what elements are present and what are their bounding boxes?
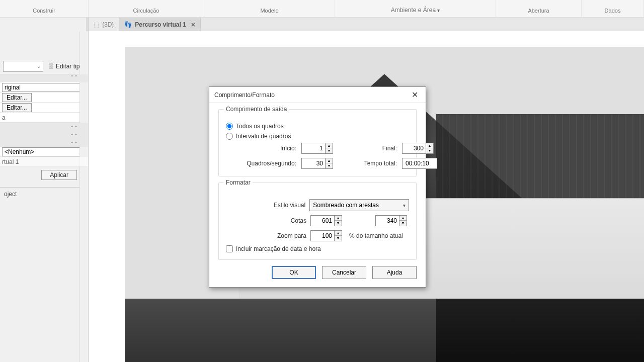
radio-label: Todos os quadros xyxy=(236,123,284,130)
cube-icon: ⬚ xyxy=(94,21,99,28)
end-frame-spinbox[interactable]: ▲▼ xyxy=(402,143,442,154)
checkbox-label: Incluir marcação de data e hora xyxy=(236,245,321,252)
apply-button[interactable]: Aplicar xyxy=(41,170,77,180)
radio-label: Intervalo de quadros xyxy=(236,133,291,140)
group-title: Comprimento de saída xyxy=(224,106,289,113)
label-zoom: Zoom para xyxy=(226,232,306,239)
radio-all-frames[interactable]: Todos os quadros xyxy=(226,123,409,130)
length-format-dialog: Comprimento/Formato ✕ Comprimento de saí… xyxy=(209,86,426,288)
chevron-down-icon: ▾ xyxy=(437,8,440,13)
ribbon-label: Circulação xyxy=(133,8,159,15)
property-row: a xyxy=(0,113,88,123)
properties-panel: ⌄ ☰ Editar tipo ⌃⌃ Editar... Editar... a… xyxy=(0,31,89,362)
project-browser-header: oject xyxy=(0,187,88,201)
spin-up-icon[interactable]: ▲ xyxy=(335,216,342,221)
property-row: Editar... xyxy=(0,93,88,103)
format-group: Formatar Estilo visual Sombreado com are… xyxy=(218,183,417,260)
dialog-button-row: OK Cancelar Ajuda xyxy=(218,266,417,279)
select-value: Sombreado com arestas xyxy=(313,202,379,209)
fps-input[interactable] xyxy=(301,158,326,169)
close-icon[interactable]: × xyxy=(191,21,195,29)
walkthrough-icon: 👣 xyxy=(124,21,132,28)
cancel-button[interactable]: Cancelar xyxy=(322,266,366,279)
dialog-title-text: Comprimento/Formato xyxy=(214,92,275,99)
width-input[interactable] xyxy=(310,215,335,226)
ok-button[interactable]: OK xyxy=(272,266,316,279)
start-frame-input[interactable] xyxy=(301,143,326,154)
spin-down-icon[interactable]: ▼ xyxy=(326,148,333,153)
timestamp-checkbox[interactable]: Incluir marcação de data e hora xyxy=(226,245,409,252)
label-total-time: Tempo total: xyxy=(347,160,397,167)
spin-down-icon[interactable]: ▼ xyxy=(399,221,407,226)
width-spinbox[interactable]: ▲▼ xyxy=(310,215,342,226)
label-dimensions: Cotas xyxy=(226,217,306,224)
type-selector-row: ⌄ ☰ Editar tipo xyxy=(0,59,88,74)
spin-down-icon[interactable]: ▼ xyxy=(335,236,342,241)
spin-up-icon[interactable]: ▲ xyxy=(326,143,333,148)
total-time-output xyxy=(402,158,437,169)
zoom-suffix-text: % do tamanho atual xyxy=(349,232,403,239)
ribbon-label: Construir xyxy=(33,8,55,15)
zoom-input[interactable] xyxy=(310,230,335,241)
height-input[interactable] xyxy=(375,215,399,226)
dialog-titlebar[interactable]: Comprimento/Formato ✕ xyxy=(209,87,426,103)
ribbon-group-abertura[interactable]: Abertura xyxy=(496,0,582,17)
checkbox-input[interactable] xyxy=(226,245,233,252)
label-end: Final: xyxy=(347,145,397,152)
help-button[interactable]: Ajuda xyxy=(372,266,417,279)
ribbon-group-dados[interactable]: Dados xyxy=(582,0,644,17)
ribbon-group-circulacao[interactable]: Circulação xyxy=(89,0,204,17)
property-row xyxy=(0,82,88,93)
radio-input[interactable] xyxy=(226,123,233,130)
property-text: rtual 1 xyxy=(2,158,19,165)
ribbon-label: Dados xyxy=(605,8,621,15)
expander-icon[interactable]: ⌃⌃ xyxy=(70,74,78,80)
ribbon-label: Modelo xyxy=(260,8,278,15)
spin-up-icon[interactable]: ▲ xyxy=(335,231,342,236)
spin-up-icon[interactable]: ▲ xyxy=(426,143,433,148)
property-value-input[interactable] xyxy=(2,83,86,92)
ribbon-group-ambiente[interactable]: Ambiente e Área ▾ xyxy=(335,0,496,17)
tab-label: {3D} xyxy=(102,21,114,28)
label-fps: Quadros/segundo: xyxy=(226,160,296,167)
expander-icon[interactable]: ⌄⌄ xyxy=(70,131,78,136)
edit-button[interactable]: Editar... xyxy=(2,103,32,112)
group-title: Formatar xyxy=(224,179,253,186)
type-selector[interactable]: ⌄ xyxy=(3,61,43,72)
tab-label: Percurso virtual 1 xyxy=(135,21,186,28)
property-value-input[interactable] xyxy=(2,147,86,156)
visual-style-select[interactable]: Sombreado com arestas ▾ xyxy=(309,199,409,211)
spin-up-icon[interactable]: ▲ xyxy=(326,158,333,163)
chevron-down-icon: ▾ xyxy=(403,203,406,208)
radio-input[interactable] xyxy=(226,133,233,140)
ribbon-label: Ambiente e Área ▾ xyxy=(391,7,440,15)
expander-icon[interactable]: ⌄⌄ xyxy=(70,123,78,128)
edit-type-icon: ☰ xyxy=(48,63,54,70)
tab-spacer xyxy=(0,18,89,31)
property-row xyxy=(0,147,88,157)
chevron-down-icon: ⌄ xyxy=(37,63,41,69)
height-spinbox[interactable]: ▲▼ xyxy=(375,215,407,226)
ribbon-group-modelo[interactable]: Modelo xyxy=(204,0,335,17)
fps-spinbox[interactable]: ▲▼ xyxy=(301,158,342,169)
expander-icon[interactable]: ⌄⌄ xyxy=(70,139,78,144)
zoom-spinbox[interactable]: ▲▼ xyxy=(310,230,342,241)
edit-button[interactable]: Editar... xyxy=(2,93,32,102)
tab-percurso[interactable]: 👣 Percurso virtual 1 × xyxy=(119,18,201,31)
radio-frame-range[interactable]: Intervalo de quadros xyxy=(226,133,409,140)
spin-down-icon[interactable]: ▼ xyxy=(426,148,433,153)
start-frame-spinbox[interactable]: ▲▼ xyxy=(301,143,342,154)
view-tab-bar: ⬚ {3D} 👣 Percurso virtual 1 × xyxy=(0,18,644,31)
ribbon: Construir Circulação Modelo Ambiente e Á… xyxy=(0,0,644,18)
spin-down-icon[interactable]: ▼ xyxy=(335,221,342,226)
ribbon-group-construir[interactable]: Construir xyxy=(0,0,89,17)
spin-up-icon[interactable]: ▲ xyxy=(399,216,407,221)
spin-down-icon[interactable]: ▼ xyxy=(326,163,333,168)
property-row: Editar... xyxy=(0,103,88,113)
label-start: Início: xyxy=(226,145,296,152)
label-visual-style: Estilo visual xyxy=(226,202,305,209)
tab-3d[interactable]: ⬚ {3D} xyxy=(89,18,119,31)
end-frame-input[interactable] xyxy=(402,143,426,154)
close-icon[interactable]: ✕ xyxy=(409,89,421,101)
ribbon-label: Abertura xyxy=(528,8,549,15)
